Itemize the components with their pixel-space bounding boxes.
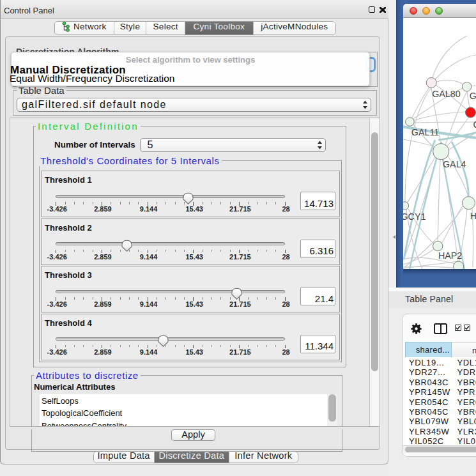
svg-text:C: C [473, 119, 476, 130]
svg-text:H: H [470, 211, 476, 221]
svg-text:GCY1: GCY1 [403, 211, 426, 222]
svg-text:GAL4: GAL4 [443, 159, 466, 169]
svg-text:GA: GA [470, 91, 476, 101]
svg-text:GAL11: GAL11 [411, 127, 439, 137]
svg-text:HAP2: HAP2 [438, 250, 462, 261]
svg-text:GAL80: GAL80 [432, 89, 461, 99]
